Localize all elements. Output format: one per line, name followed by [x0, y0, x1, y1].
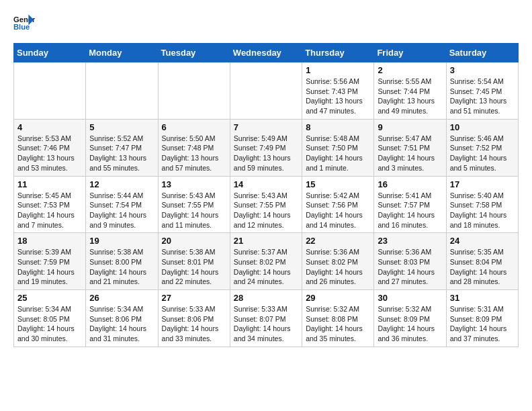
day-detail: Sunrise: 5:46 AMSunset: 7:52 PMDaylight:…: [450, 134, 515, 173]
day-detail: Sunrise: 5:36 AMSunset: 8:03 PMDaylight:…: [378, 247, 442, 287]
calendar-cell: 13Sunrise: 5:43 AMSunset: 7:55 PMDayligh…: [158, 176, 230, 233]
col-header-tuesday: Tuesday: [158, 44, 230, 62]
day-detail: Sunrise: 5:43 AMSunset: 7:55 PMDaylight:…: [162, 191, 226, 230]
calendar-week-4: 18Sunrise: 5:39 AMSunset: 7:59 PMDayligh…: [14, 233, 519, 290]
svg-text:Blue: Blue: [13, 23, 30, 31]
col-header-thursday: Thursday: [302, 44, 374, 62]
calendar-cell: 1Sunrise: 5:56 AMSunset: 7:43 PMDaylight…: [302, 62, 374, 120]
day-detail: Sunrise: 5:32 AMSunset: 8:08 PMDaylight:…: [306, 304, 370, 344]
day-number: 5: [89, 122, 154, 132]
calendar-cell: 29Sunrise: 5:32 AMSunset: 8:08 PMDayligh…: [302, 290, 374, 347]
day-detail: Sunrise: 5:38 AMSunset: 8:01 PMDaylight:…: [162, 247, 226, 287]
day-number: 13: [162, 179, 226, 189]
calendar-cell: 21Sunrise: 5:37 AMSunset: 8:02 PMDayligh…: [230, 233, 302, 290]
col-header-saturday: Saturday: [446, 44, 518, 62]
day-number: 7: [234, 122, 298, 132]
calendar-cell: 20Sunrise: 5:38 AMSunset: 8:01 PMDayligh…: [158, 233, 230, 290]
day-detail: Sunrise: 5:40 AMSunset: 7:58 PMDaylight:…: [450, 191, 515, 230]
calendar-week-3: 11Sunrise: 5:45 AMSunset: 7:53 PMDayligh…: [14, 176, 519, 233]
day-detail: Sunrise: 5:34 AMSunset: 8:06 PMDaylight:…: [89, 304, 154, 344]
calendar-cell: [14, 62, 86, 120]
day-detail: Sunrise: 5:43 AMSunset: 7:55 PMDaylight:…: [234, 191, 298, 230]
day-detail: Sunrise: 5:38 AMSunset: 8:00 PMDaylight:…: [89, 247, 154, 287]
day-number: 11: [17, 179, 82, 189]
day-number: 31: [450, 293, 515, 303]
day-detail: Sunrise: 5:35 AMSunset: 8:04 PMDaylight:…: [450, 247, 515, 287]
day-number: 30: [378, 293, 442, 303]
day-detail: Sunrise: 5:42 AMSunset: 7:56 PMDaylight:…: [306, 191, 370, 230]
day-detail: Sunrise: 5:45 AMSunset: 7:53 PMDaylight:…: [17, 191, 82, 230]
calendar-cell: 17Sunrise: 5:40 AMSunset: 7:58 PMDayligh…: [446, 176, 518, 233]
day-number: 25: [17, 293, 82, 303]
calendar-cell: 18Sunrise: 5:39 AMSunset: 7:59 PMDayligh…: [14, 233, 86, 290]
calendar-week-5: 25Sunrise: 5:34 AMSunset: 8:05 PMDayligh…: [14, 290, 519, 347]
day-number: 9: [378, 122, 442, 132]
day-detail: Sunrise: 5:52 AMSunset: 7:47 PMDaylight:…: [89, 134, 154, 173]
calendar-cell: 16Sunrise: 5:41 AMSunset: 7:57 PMDayligh…: [374, 176, 446, 233]
day-number: 6: [162, 122, 226, 132]
col-header-friday: Friday: [374, 44, 446, 62]
day-number: 18: [17, 236, 82, 246]
calendar-cell: 25Sunrise: 5:34 AMSunset: 8:05 PMDayligh…: [14, 290, 86, 347]
day-number: 17: [450, 179, 515, 189]
calendar-cell: 14Sunrise: 5:43 AMSunset: 7:55 PMDayligh…: [230, 176, 302, 233]
day-detail: Sunrise: 5:49 AMSunset: 7:49 PMDaylight:…: [234, 134, 298, 173]
calendar-cell: 27Sunrise: 5:33 AMSunset: 8:06 PMDayligh…: [158, 290, 230, 347]
day-detail: Sunrise: 5:39 AMSunset: 7:59 PMDaylight:…: [17, 247, 82, 287]
col-header-wednesday: Wednesday: [230, 44, 302, 62]
calendar-cell: 8Sunrise: 5:48 AMSunset: 7:50 PMDaylight…: [302, 119, 374, 176]
calendar-cell: 2Sunrise: 5:55 AMSunset: 7:44 PMDaylight…: [374, 62, 446, 120]
day-number: 26: [89, 293, 154, 303]
calendar-cell: 7Sunrise: 5:49 AMSunset: 7:49 PMDaylight…: [230, 119, 302, 176]
page-header: General Blue: [13, 13, 519, 32]
calendar-cell: 3Sunrise: 5:54 AMSunset: 7:45 PMDaylight…: [446, 62, 518, 120]
day-detail: Sunrise: 5:56 AMSunset: 7:43 PMDaylight:…: [306, 77, 370, 116]
day-number: 12: [89, 179, 154, 189]
day-number: 19: [89, 236, 154, 246]
calendar-cell: 10Sunrise: 5:46 AMSunset: 7:52 PMDayligh…: [446, 119, 518, 176]
calendar-cell: 28Sunrise: 5:33 AMSunset: 8:07 PMDayligh…: [230, 290, 302, 347]
day-number: 4: [17, 122, 82, 132]
day-detail: Sunrise: 5:55 AMSunset: 7:44 PMDaylight:…: [378, 77, 442, 116]
calendar-header-row: SundayMondayTuesdayWednesdayThursdayFrid…: [14, 44, 519, 62]
calendar-cell: 31Sunrise: 5:31 AMSunset: 8:09 PMDayligh…: [446, 290, 518, 347]
day-number: 2: [378, 65, 442, 75]
day-number: 29: [306, 293, 370, 303]
day-detail: Sunrise: 5:44 AMSunset: 7:54 PMDaylight:…: [89, 191, 154, 230]
calendar-cell: 19Sunrise: 5:38 AMSunset: 8:00 PMDayligh…: [86, 233, 158, 290]
calendar-cell: 12Sunrise: 5:44 AMSunset: 7:54 PMDayligh…: [86, 176, 158, 233]
day-detail: Sunrise: 5:37 AMSunset: 8:02 PMDaylight:…: [234, 247, 298, 287]
calendar-cell: 11Sunrise: 5:45 AMSunset: 7:53 PMDayligh…: [14, 176, 86, 233]
calendar-cell: 26Sunrise: 5:34 AMSunset: 8:06 PMDayligh…: [86, 290, 158, 347]
day-number: 28: [234, 293, 298, 303]
day-detail: Sunrise: 5:48 AMSunset: 7:50 PMDaylight:…: [306, 134, 370, 173]
calendar-cell: [158, 62, 230, 120]
day-number: 20: [162, 236, 226, 246]
day-detail: Sunrise: 5:54 AMSunset: 7:45 PMDaylight:…: [450, 77, 515, 116]
day-number: 27: [162, 293, 226, 303]
day-detail: Sunrise: 5:47 AMSunset: 7:51 PMDaylight:…: [378, 134, 442, 173]
calendar-cell: 23Sunrise: 5:36 AMSunset: 8:03 PMDayligh…: [374, 233, 446, 290]
day-detail: Sunrise: 5:32 AMSunset: 8:09 PMDaylight:…: [378, 304, 442, 344]
day-detail: Sunrise: 5:53 AMSunset: 7:46 PMDaylight:…: [17, 134, 82, 173]
day-number: 22: [306, 236, 370, 246]
calendar-week-2: 4Sunrise: 5:53 AMSunset: 7:46 PMDaylight…: [14, 119, 519, 176]
day-number: 8: [306, 122, 370, 132]
day-number: 3: [450, 65, 515, 75]
calendar-week-1: 1Sunrise: 5:56 AMSunset: 7:43 PMDaylight…: [14, 62, 519, 120]
day-detail: Sunrise: 5:31 AMSunset: 8:09 PMDaylight:…: [450, 304, 515, 344]
calendar-cell: [86, 62, 158, 120]
calendar-cell: [230, 62, 302, 120]
day-number: 15: [306, 179, 370, 189]
calendar-cell: 5Sunrise: 5:52 AMSunset: 7:47 PMDaylight…: [86, 119, 158, 176]
calendar-table: SundayMondayTuesdayWednesdayThursdayFrid…: [13, 43, 519, 347]
calendar-cell: 6Sunrise: 5:50 AMSunset: 7:48 PMDaylight…: [158, 119, 230, 176]
calendar-cell: 30Sunrise: 5:32 AMSunset: 8:09 PMDayligh…: [374, 290, 446, 347]
day-detail: Sunrise: 5:33 AMSunset: 8:07 PMDaylight:…: [234, 304, 298, 344]
calendar-cell: 4Sunrise: 5:53 AMSunset: 7:46 PMDaylight…: [14, 119, 86, 176]
day-detail: Sunrise: 5:33 AMSunset: 8:06 PMDaylight:…: [162, 304, 226, 344]
day-number: 21: [234, 236, 298, 246]
calendar-cell: 22Sunrise: 5:36 AMSunset: 8:02 PMDayligh…: [302, 233, 374, 290]
col-header-monday: Monday: [86, 44, 158, 62]
day-detail: Sunrise: 5:34 AMSunset: 8:05 PMDaylight:…: [17, 304, 82, 344]
